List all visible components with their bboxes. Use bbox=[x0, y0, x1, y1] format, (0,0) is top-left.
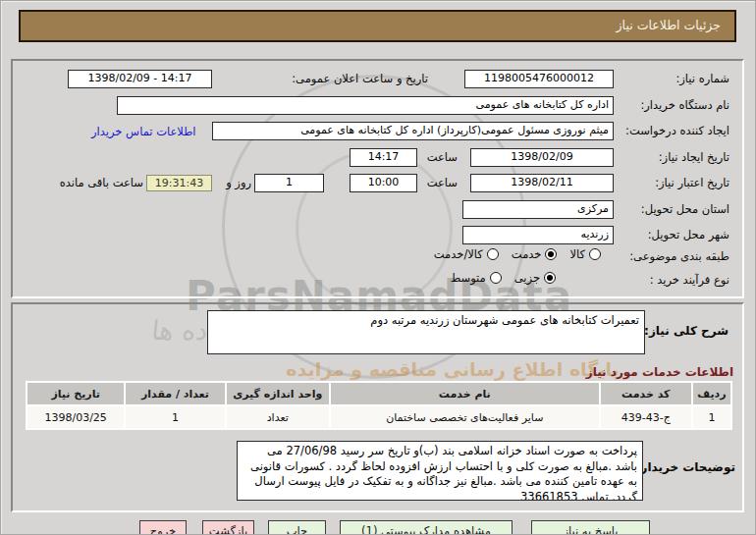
create-hour-label: ساعت bbox=[427, 150, 458, 164]
province-field[interactable]: مرکزی bbox=[462, 200, 614, 219]
radio-icon[interactable] bbox=[545, 248, 557, 260]
radio-option-label: کالا bbox=[569, 247, 585, 261]
radio-option-label: خدمت bbox=[512, 247, 542, 261]
col-unit: واحد اندازه گیری bbox=[227, 383, 329, 404]
radio-icon[interactable] bbox=[490, 272, 502, 284]
province-label: استان محل تحویل: bbox=[641, 202, 729, 216]
print-button[interactable]: چاپ bbox=[268, 520, 326, 535]
announce-datetime-label: تاریخ و ساعت اعلان عمومی: bbox=[292, 72, 428, 85]
cell-row-number: 1 bbox=[693, 406, 730, 428]
services-table: ردیف کد خدمت نام خدمت واحد اندازه گیری ت… bbox=[26, 381, 732, 430]
radio-option-label: جزیی bbox=[514, 271, 540, 285]
request-creator-label: ایجاد کننده درخواست: bbox=[625, 124, 729, 137]
category-radio-group: کالا خدمت کالا/خدمت bbox=[387, 246, 601, 262]
buyer-contact-link[interactable]: اطلاعات تماس خریدار bbox=[91, 125, 196, 138]
create-time-field[interactable]: 14:17 bbox=[350, 148, 417, 167]
col-need-date: تاریخ نیاز bbox=[27, 383, 124, 404]
process-radio-group: جزیی متوسط bbox=[413, 270, 556, 286]
category-label: طبقه بندی موضوعی: bbox=[629, 249, 729, 263]
exit-button[interactable]: خروج bbox=[139, 520, 187, 535]
cell-service-code: ج-43-439 bbox=[601, 406, 691, 428]
table-header-row: ردیف کد خدمت نام خدمت واحد اندازه گیری ت… bbox=[27, 383, 730, 404]
cell-service-name: سایر فعالیت‌های تخصصی ساختمان bbox=[331, 406, 599, 428]
validity-days-field[interactable]: 1 bbox=[254, 174, 324, 192]
table-row: 1 ج-43-439 سایر فعالیت‌های تخصصی ساختمان… bbox=[27, 406, 730, 428]
back-button[interactable]: بازگشت bbox=[202, 520, 254, 535]
city-field[interactable]: زرندیه bbox=[462, 226, 614, 244]
col-service-code: کد خدمت bbox=[601, 383, 691, 404]
validity-time-field[interactable]: 10:00 bbox=[350, 174, 417, 192]
services-section-title: اطلاعات خدمات مورد نیاز bbox=[586, 365, 733, 379]
need-number-label: شماره نیاز: bbox=[675, 72, 729, 85]
buyer-notes-label: توضیحات خریدار: bbox=[636, 460, 735, 474]
cell-need-date: 1398/03/25 bbox=[27, 406, 124, 428]
page-title: جزئیات اطلاعات نیاز bbox=[617, 18, 721, 32]
create-date-field[interactable]: 1398/02/09 bbox=[470, 148, 614, 167]
col-service-name: نام خدمت bbox=[331, 383, 599, 404]
radio-option-label: متوسط bbox=[451, 271, 486, 285]
radio-option-motevasset[interactable]: متوسط bbox=[451, 271, 502, 285]
view-attachments-button[interactable]: مشاهده مدارک پیوستی (1) bbox=[340, 520, 513, 535]
buyer-notes-textarea[interactable]: پرداخت به صورت اسناد خزانه اسلامی بند (ب… bbox=[237, 441, 643, 501]
announce-datetime-field[interactable]: 1398/02/09 - 14:17 bbox=[68, 70, 212, 88]
radio-option-kala-khedmat[interactable]: کالا/خدمت bbox=[434, 247, 499, 261]
radio-icon[interactable] bbox=[487, 248, 499, 260]
general-description-label: شرح کلی نیاز: bbox=[644, 324, 729, 338]
general-description-textarea[interactable]: تعمیرات کتابخانه های عمومی شهرستان زرندی… bbox=[207, 310, 645, 354]
col-row-number: ردیف bbox=[693, 383, 730, 404]
respond-to-need-button[interactable]: پاسخ به نیاز bbox=[531, 520, 650, 535]
radio-option-khedmat[interactable]: خدمت bbox=[512, 247, 558, 261]
radio-option-kala[interactable]: کالا bbox=[569, 247, 601, 261]
col-quantity: تعداد / مقدار bbox=[126, 383, 224, 404]
create-date-label: تاریخ ایجاد نیاز: bbox=[659, 150, 729, 164]
remaining-time-badge: 19:31:43 bbox=[146, 175, 212, 191]
request-creator-field[interactable]: میثم نوروزی مسئول عمومی(کارپرداز) اداره … bbox=[212, 122, 614, 140]
validity-date-field[interactable]: 1398/02/11 bbox=[470, 174, 614, 192]
radio-option-label: کالا/خدمت bbox=[434, 247, 483, 261]
days-and-label: روز و bbox=[226, 176, 251, 189]
need-details-page: ParsNamadData مرکز فناوری اطلاعات پارس ن… bbox=[0, 0, 756, 535]
radio-option-jozii[interactable]: جزیی bbox=[514, 271, 556, 285]
cell-quantity: 1 bbox=[126, 406, 224, 428]
buyer-org-label: نام دستگاه خریدار: bbox=[640, 98, 729, 112]
radio-icon[interactable] bbox=[589, 248, 601, 260]
cell-unit: تعداد bbox=[227, 406, 329, 428]
page-title-bar: جزئیات اطلاعات نیاز bbox=[19, 10, 736, 42]
buyer-org-field[interactable]: اداره کل کتابخانه های عمومی bbox=[117, 96, 614, 115]
process-type-label: نوع فرآیند خرید : bbox=[650, 273, 729, 287]
validity-date-label: تاریخ اعتبار نیاز: bbox=[655, 176, 729, 189]
need-number-field[interactable]: 1198005476000012 bbox=[464, 70, 614, 88]
remaining-hours-label: ساعت باقی مانده bbox=[60, 176, 143, 189]
validity-hour-label: ساعت bbox=[427, 176, 458, 189]
radio-icon[interactable] bbox=[544, 272, 556, 284]
city-label: شهر محل تحویل: bbox=[648, 228, 729, 241]
